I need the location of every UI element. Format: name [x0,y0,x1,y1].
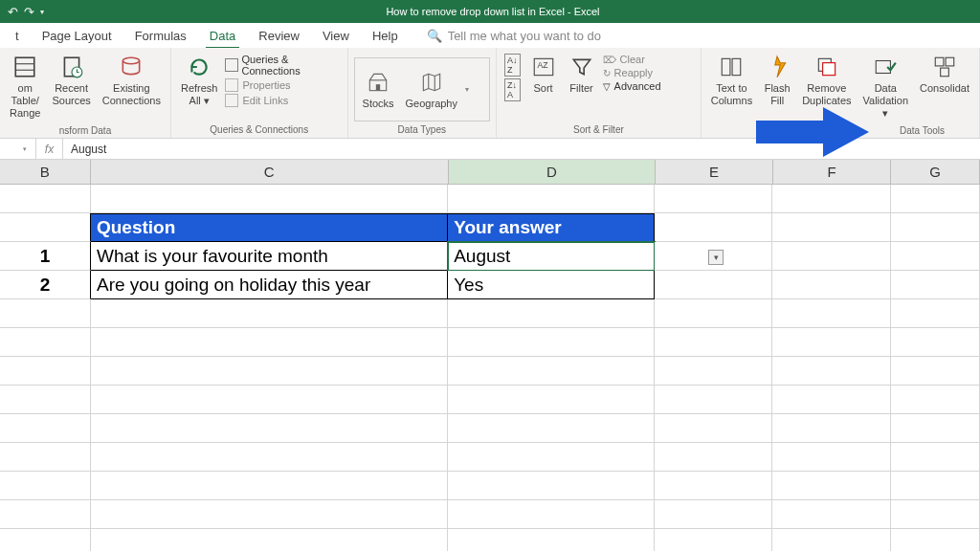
cell[interactable] [448,472,655,500]
existing-connections-button[interactable]: Existing Connections [99,52,165,109]
sort-az-button[interactable]: A↓Z [504,54,521,77]
sort-button[interactable]: AZ Sort [526,52,561,97]
tab-partial[interactable]: t [4,25,31,47]
spreadsheet-grid[interactable]: B C D E F G Question Your answer 1 What [0,160,980,185]
cell[interactable] [448,386,655,414]
cell[interactable] [91,414,448,443]
cell[interactable] [448,299,655,328]
cell[interactable] [0,213,91,242]
cell[interactable] [91,185,448,213]
refresh-all-button[interactable]: Refresh All ▾ [177,52,222,109]
question-cell[interactable]: Are you going on holiday this year [91,271,448,299]
cell[interactable] [891,299,980,328]
tab-data[interactable]: Data [198,25,247,47]
tell-me-text[interactable]: Tell me what you want to do [448,29,601,43]
cell[interactable] [772,500,891,529]
cell[interactable] [91,529,448,551]
filter-button[interactable]: Filter [565,52,599,97]
cell[interactable] [448,328,655,357]
cell[interactable] [891,271,980,299]
cell[interactable] [448,500,655,529]
tab-formulas[interactable]: Formulas [123,25,198,47]
cell[interactable] [91,299,448,328]
data-validation-button[interactable]: Data Validation ▾ [859,52,913,122]
col-header-c[interactable]: C [91,160,449,184]
cell[interactable] [655,529,773,551]
cell[interactable] [0,529,91,551]
cell[interactable] [91,500,448,529]
cell[interactable] [655,443,773,472]
cell[interactable] [91,386,448,414]
cell[interactable] [772,242,891,271]
cell[interactable] [0,443,91,472]
cell[interactable] [91,328,448,357]
cell[interactable] [0,299,91,328]
cell[interactable] [0,414,91,443]
cell[interactable] [655,357,773,386]
cell[interactable] [772,414,891,443]
table-header-question[interactable]: Question [91,213,448,242]
qat-dropdown-icon[interactable]: ▾ [40,8,44,16]
data-types-expand-icon[interactable]: ▾ [465,85,469,94]
question-cell[interactable]: What is your favourite month [91,242,448,271]
name-box[interactable] [0,139,36,159]
cell[interactable] [655,271,773,299]
cell[interactable] [91,472,448,500]
cell[interactable] [0,328,91,357]
queries-connections-button[interactable]: Queries & Connections [225,54,341,77]
col-header-f[interactable]: F [773,160,891,184]
col-header-g[interactable]: G [891,160,980,184]
remove-duplicates-button[interactable]: Remove Duplicates [798,52,855,109]
cell[interactable] [655,213,773,242]
tab-help[interactable]: Help [361,25,410,47]
sort-za-button[interactable]: Z↓A [504,78,521,101]
tab-review[interactable]: Review [247,25,311,47]
col-header-b[interactable]: B [0,160,91,184]
cell[interactable] [448,529,655,551]
from-table-range-button[interactable]: om Table/ Range [6,52,44,122]
row-number[interactable]: 1 [0,242,91,271]
cell[interactable] [891,529,980,551]
advanced-filter-button[interactable]: ▽Advanced [603,80,661,92]
search-icon[interactable]: 🔍 [427,29,442,43]
cell[interactable] [772,299,891,328]
formula-input[interactable]: August [63,143,980,156]
cell[interactable] [91,443,448,472]
cell[interactable] [655,414,773,443]
cell[interactable] [0,500,91,529]
cell[interactable] [891,328,980,357]
cell[interactable] [0,185,91,213]
cell[interactable] [891,242,980,271]
undo-icon[interactable]: ↶ [8,5,18,19]
tab-page-layout[interactable]: Page Layout [31,25,123,47]
col-header-d[interactable]: D [449,160,656,184]
flash-fill-button[interactable]: Flash Fill [760,52,794,109]
cell[interactable] [772,443,891,472]
cell[interactable] [655,299,773,328]
cell[interactable] [91,357,448,386]
cell[interactable] [891,357,980,386]
cell[interactable] [772,529,891,551]
text-to-columns-button[interactable]: Text to Columns [707,52,756,109]
cell[interactable] [655,185,773,213]
cell[interactable] [891,443,980,472]
cell[interactable] [0,357,91,386]
cell[interactable] [891,213,980,242]
cell[interactable] [772,357,891,386]
cell[interactable] [772,213,891,242]
redo-icon[interactable]: ↷ [24,5,34,19]
answer-cell[interactable]: Yes [448,271,655,299]
cell[interactable] [772,386,891,414]
cell[interactable] [772,472,891,500]
cell[interactable] [891,472,980,500]
consolidate-button[interactable]: Consolidat [916,52,973,97]
cell[interactable] [0,472,91,500]
fx-icon[interactable]: fx [36,139,63,159]
cell[interactable] [448,443,655,472]
answer-cell[interactable]: August [448,242,655,271]
cell[interactable] [448,357,655,386]
stocks-data-type-button[interactable]: Stocks [359,67,398,112]
cell[interactable] [655,386,773,414]
cell[interactable] [655,472,773,500]
table-header-answer[interactable]: Your answer [448,213,655,242]
